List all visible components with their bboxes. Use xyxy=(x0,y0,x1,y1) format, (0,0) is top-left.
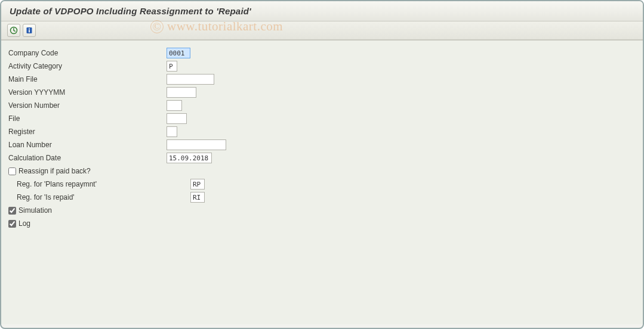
input-file[interactable] xyxy=(167,113,187,124)
label-file: File xyxy=(8,114,167,123)
input-version-yyyymm[interactable] xyxy=(167,87,196,98)
row-loan-number: Loan Number xyxy=(8,138,636,151)
label-main-file: Main File xyxy=(8,75,167,83)
row-reassign: Reassign if paid back? xyxy=(8,164,636,178)
row-file: File xyxy=(8,112,636,125)
clock-execute-icon xyxy=(10,26,18,35)
label-simulation: Simulation xyxy=(19,206,52,215)
checkbox-simulation[interactable] xyxy=(8,207,16,215)
row-reg-isrepaid: Reg. for 'Is repaid' xyxy=(8,191,636,204)
row-simulation: Simulation xyxy=(8,204,636,217)
info-icon xyxy=(25,26,33,35)
execute-button[interactable] xyxy=(7,24,20,37)
info-button[interactable] xyxy=(23,24,36,37)
label-loan-number: Loan Number xyxy=(8,141,167,149)
sap-window: © www.tutorialkart.com Update of VDPOPO … xyxy=(0,0,644,329)
label-activity-category: Activity Category xyxy=(8,62,167,70)
input-calc-date[interactable] xyxy=(167,153,212,163)
label-calc-date: Calculation Date xyxy=(8,154,167,162)
row-reg-plans: Reg. for 'Plans repaymnt' xyxy=(8,178,636,191)
input-loan-number[interactable] xyxy=(167,139,226,150)
row-company-code: Company Code xyxy=(8,46,636,60)
svg-rect-3 xyxy=(29,30,30,32)
row-calc-date: Calculation Date xyxy=(8,151,636,164)
input-reg-isrepaid[interactable] xyxy=(190,192,205,203)
label-log: Log xyxy=(19,219,30,228)
label-reg-plans: Reg. for 'Plans repaymnt' xyxy=(8,180,167,188)
row-log: Log xyxy=(8,217,636,230)
label-version-number: Version Number xyxy=(8,101,167,110)
svg-rect-2 xyxy=(29,29,30,30)
row-main-file: Main File xyxy=(8,73,636,86)
input-register[interactable] xyxy=(167,126,177,137)
page-title: Update of VDPOPO Including Reassignment … xyxy=(10,6,251,16)
checkbox-simulation-wrapper: Simulation xyxy=(8,206,52,215)
title-bar: Update of VDPOPO Including Reassignment … xyxy=(1,1,643,21)
label-version-yyyymm: Version YYYYMM xyxy=(8,88,167,97)
label-reg-isrepaid: Reg. for 'Is repaid' xyxy=(8,193,167,201)
toolbar xyxy=(1,21,643,41)
row-register: Register xyxy=(8,125,636,138)
row-version-yyyymm: Version YYYYMM xyxy=(8,86,636,99)
row-version-number: Version Number xyxy=(8,99,636,112)
checkbox-reassign[interactable] xyxy=(8,167,16,175)
label-reassign: Reassign if paid back? xyxy=(19,167,91,175)
label-company-code: Company Code xyxy=(8,49,167,57)
label-register: Register xyxy=(8,128,167,136)
input-version-number[interactable] xyxy=(167,100,182,111)
input-activity-category[interactable] xyxy=(167,61,177,72)
checkbox-log-wrapper: Log xyxy=(8,219,30,228)
row-activity-category: Activity Category xyxy=(8,60,636,73)
input-company-code[interactable] xyxy=(167,48,190,58)
input-main-file[interactable] xyxy=(167,74,214,85)
checkbox-reassign-wrapper: Reassign if paid back? xyxy=(8,167,91,175)
input-reg-plans[interactable] xyxy=(190,179,205,190)
checkbox-log[interactable] xyxy=(8,220,16,228)
form-area: Company Code Activity Category Main File… xyxy=(1,41,643,324)
